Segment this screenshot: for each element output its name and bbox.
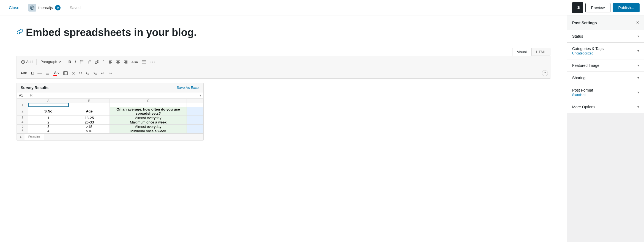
help-button[interactable]: ? <box>542 70 548 76</box>
sheet-tab-left-arrow[interactable]: ▲ <box>17 134 24 140</box>
post-title[interactable]: Embed spreadsheets in your blog. <box>26 26 197 39</box>
cell-c5[interactable]: Almost everyday <box>110 124 187 129</box>
cell-b5[interactable]: >18 <box>69 124 110 129</box>
site-icon <box>28 4 36 12</box>
paragraph-dropdown[interactable]: Paragraph <box>38 59 63 65</box>
align-right-button[interactable] <box>122 59 129 65</box>
table-row: 1 <box>17 103 203 107</box>
italic-button[interactable]: I <box>73 59 78 65</box>
cell-c2[interactable]: On an average, how often do you use spre… <box>110 107 187 116</box>
chevron-down-icon: ▾ <box>637 90 639 94</box>
cell-b3[interactable]: 18-25 <box>69 116 110 120</box>
sidebar-header: Post Settings × <box>567 15 644 30</box>
sidebar-section-more-options[interactable]: More Options ▾ <box>567 101 644 113</box>
row-num: 4 <box>17 120 28 124</box>
special-chars-button[interactable]: Ω <box>78 70 84 76</box>
hr-insert-button[interactable]: — <box>36 70 43 77</box>
number-list-button[interactable]: 1.2.3. <box>86 59 93 65</box>
cell-d5[interactable] <box>187 124 203 129</box>
topbar-site[interactable]: therealjs 9 <box>24 4 65 12</box>
cell-d4[interactable] <box>187 120 203 124</box>
cell-a5[interactable]: 3 <box>28 124 69 129</box>
sidebar-section-title-status: Status <box>572 34 583 38</box>
cell-c6[interactable]: Minimum once a week <box>110 129 187 133</box>
undo-button[interactable]: ↩ <box>99 70 106 77</box>
preview-button[interactable]: Preview <box>585 3 611 12</box>
sidebar-section-title-post-format: Post Format <box>572 88 593 92</box>
align-button[interactable] <box>44 70 51 76</box>
bullet-list-button[interactable] <box>78 59 85 65</box>
sidebar-section-categories[interactable]: Categories & Tags Uncategorized ▾ <box>567 43 644 59</box>
chevron-down-icon: ▾ <box>637 49 639 53</box>
sidebar-section-status[interactable]: Status ▾ <box>567 30 644 43</box>
cell-a3[interactable]: 1 <box>28 116 69 120</box>
sheet-tab-results[interactable]: Results <box>24 134 44 140</box>
sidebar-section-info: More Options <box>572 105 595 109</box>
tab-html[interactable]: HTML <box>531 48 550 56</box>
spreadsheet-embed: Survey Results Save As Excel A1 fx ▾ A B… <box>17 83 204 141</box>
sheet-tabs: ▲ Results <box>17 133 203 140</box>
table-row: 2 S.No Age On an average, how often do y… <box>17 107 203 116</box>
cell-b6[interactable]: >18 <box>69 129 110 133</box>
cell-a6[interactable]: 4 <box>28 129 69 133</box>
sidebar-section-info: Categories & Tags Uncategorized <box>572 46 604 55</box>
chevron-down-icon: ▾ <box>637 105 639 109</box>
cell-c1[interactable] <box>110 103 187 107</box>
sidebar-section-row-more-options: More Options ▾ <box>567 101 644 113</box>
row-num: 6 <box>17 129 28 133</box>
topbar-right: Preview Publish... <box>572 2 640 13</box>
cell-d1[interactable] <box>187 103 203 107</box>
cell-b2[interactable]: Age <box>69 107 110 116</box>
site-name: therealjs <box>38 6 53 10</box>
publish-button[interactable]: Publish... <box>613 3 640 12</box>
sidebar-section-post-format[interactable]: Post Format Standard ▾ <box>567 84 644 101</box>
spellcheck-button[interactable]: ABC <box>130 59 140 65</box>
cell-a2[interactable]: S.No <box>28 107 69 116</box>
table-row: 4 2 26-33 Maximum once a week <box>17 120 203 124</box>
blockquote-button[interactable]: " <box>101 58 106 65</box>
cell-b4[interactable]: 26-33 <box>69 120 110 124</box>
cell-d3[interactable] <box>187 116 203 120</box>
close-button[interactable]: Close <box>4 5 24 10</box>
sidebar-section-title-sharing: Sharing <box>572 76 585 80</box>
outdent-button[interactable] <box>84 70 91 76</box>
tab-visual[interactable]: Visual <box>512 48 531 56</box>
svg-rect-35 <box>64 72 67 75</box>
cell-d6[interactable] <box>187 129 203 133</box>
strikethrough-button[interactable]: ABC <box>19 70 29 76</box>
insert-block-button[interactable] <box>62 70 69 76</box>
redo-button[interactable]: ↪ <box>107 70 114 77</box>
link-button[interactable] <box>94 59 101 65</box>
cell-b1[interactable] <box>69 103 110 107</box>
underline-button[interactable]: U <box>29 70 35 76</box>
font-color-button[interactable]: A <box>52 70 61 77</box>
settings-button[interactable] <box>572 2 583 13</box>
cell-c4[interactable]: Maximum once a week <box>110 120 187 124</box>
align-center-button[interactable] <box>114 59 122 65</box>
sidebar-section-sharing[interactable]: Sharing ▾ <box>567 72 644 84</box>
formula-input[interactable] <box>35 94 197 97</box>
col-header-d <box>187 99 203 103</box>
sidebar-section-featured-image[interactable]: Featured Image ▾ <box>567 59 644 72</box>
clear-format-button[interactable] <box>70 70 77 76</box>
hr-button[interactable] <box>140 59 148 65</box>
sidebar-close-button[interactable]: × <box>636 20 639 26</box>
sidebar: Post Settings × Status ▾ Categories & Ta… <box>567 15 644 242</box>
chevron-down-icon: ▾ <box>637 34 639 38</box>
more-button[interactable]: ⋯ <box>148 58 157 66</box>
svg-point-9 <box>80 62 81 63</box>
col-header-b: B <box>69 99 110 103</box>
chevron-down-icon: ▾ <box>637 64 639 67</box>
cell-c3[interactable]: Almost everyday <box>110 116 187 120</box>
cell-a1[interactable] <box>28 103 69 107</box>
sidebar-section-title-more-options: More Options <box>572 105 595 109</box>
formula-arrow[interactable]: ▾ <box>200 94 201 97</box>
align-left-button[interactable] <box>107 59 114 65</box>
indent-button[interactable] <box>92 70 99 76</box>
save-as-excel-button[interactable]: Save As Excel <box>177 86 200 90</box>
cell-a4[interactable]: 2 <box>28 120 69 124</box>
sidebar-section-info: Post Format Standard <box>572 88 593 97</box>
bold-button[interactable]: B <box>67 59 73 65</box>
add-button[interactable]: Add <box>19 59 35 65</box>
cell-d2[interactable] <box>187 107 203 116</box>
